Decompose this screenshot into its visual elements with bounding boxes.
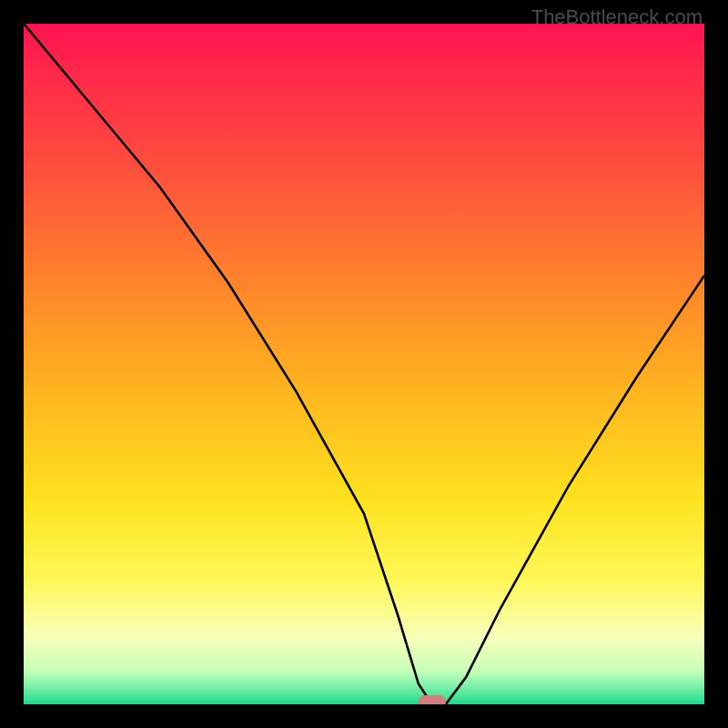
bottleneck-marker xyxy=(419,695,446,704)
chart-container: TheBottleneck.com xyxy=(0,0,728,728)
plot-area xyxy=(24,24,704,704)
watermark-text: TheBottleneck.com xyxy=(531,5,703,29)
bottleneck-curve xyxy=(24,24,704,704)
